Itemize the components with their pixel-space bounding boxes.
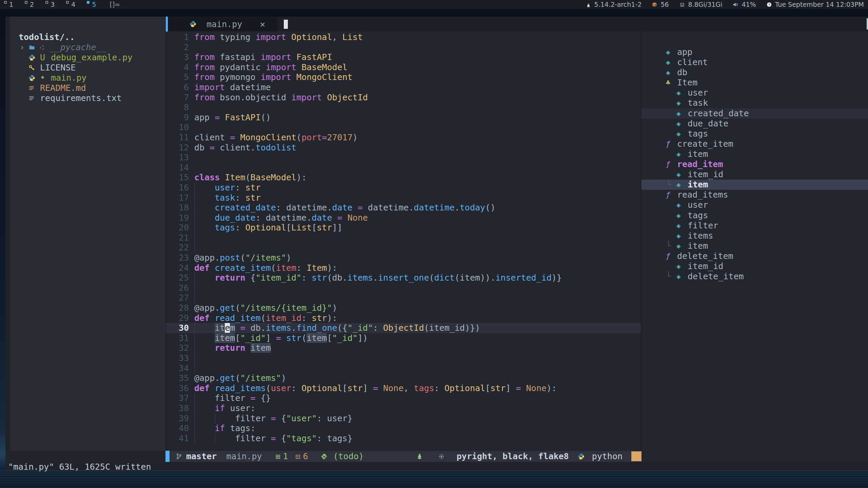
tag-item-tags[interactable]: ◈tags bbox=[642, 210, 868, 221]
code-line-39[interactable]: 39 filter = {"user": user} bbox=[166, 413, 641, 424]
workspace-button-3[interactable]: 3 bbox=[45, 1, 55, 8]
tag-item-tags[interactable]: ◈tags bbox=[642, 129, 868, 139]
tree-item-readme-md[interactable]: README.md bbox=[10, 83, 165, 93]
code-line-38[interactable]: 38 if user: bbox=[166, 403, 641, 413]
code-token: ): bbox=[547, 383, 557, 393]
tag-item-client[interactable]: ◈client bbox=[642, 57, 868, 67]
code-line-3[interactable]: 3from fastapi import FastAPI bbox=[166, 52, 641, 62]
tree-item-license[interactable]: LICENSE bbox=[10, 63, 165, 73]
git-status-flag: U bbox=[40, 53, 51, 63]
code-line-27[interactable]: 27 bbox=[166, 293, 641, 303]
code-line-26[interactable]: 26 bbox=[166, 283, 641, 293]
code-line-8[interactable]: 8 bbox=[166, 102, 641, 113]
code-token: dict bbox=[434, 273, 455, 283]
tag-item-db[interactable]: ◈db bbox=[642, 67, 868, 78]
code-token: )}) bbox=[465, 323, 480, 333]
workspace-button-1[interactable]: 1 bbox=[4, 1, 13, 8]
code-line-35[interactable]: 35@app.get("/items") bbox=[166, 373, 641, 383]
var-icon: ◈ bbox=[676, 98, 688, 108]
code-line-36[interactable]: 36def read_items(user: Optional[str] = N… bbox=[166, 383, 641, 393]
code-line-12[interactable]: 12db = client.todolist bbox=[166, 143, 641, 153]
code-token: . bbox=[215, 373, 220, 383]
workspace-button-2[interactable]: 2 bbox=[25, 1, 34, 8]
tag-item-app[interactable]: ◈app bbox=[642, 47, 868, 57]
tag-item-created_date[interactable]: ◈created_date bbox=[642, 108, 868, 119]
git-status-flag: • bbox=[40, 73, 51, 83]
code-line-4[interactable]: 4from pydantic import BaseModel bbox=[166, 62, 641, 73]
code-token: port bbox=[301, 133, 322, 142]
code-line-21[interactable]: 21 bbox=[166, 233, 641, 243]
code-line-31[interactable]: 31 item["_id"] = str(item["_id"]) bbox=[166, 333, 641, 343]
code-token: . bbox=[215, 253, 220, 263]
code-token: ) bbox=[286, 253, 291, 263]
code-token: ( bbox=[424, 323, 429, 333]
code-line-6[interactable]: 6import datetime bbox=[166, 82, 641, 93]
code-line-5[interactable]: 5from pymongo import MongoClient bbox=[166, 72, 641, 82]
code-line-41[interactable]: 41 filter = {"tags": tags} bbox=[166, 433, 641, 444]
tag-item-user[interactable]: ◈user bbox=[642, 88, 868, 98]
code-line-30[interactable]: 30 item = db.items.find_one({"_id": Obje… bbox=[166, 323, 641, 333]
code-line-37[interactable]: 37 filter = {} bbox=[166, 393, 641, 403]
code-line-24[interactable]: 24def create_item(item: Item): bbox=[166, 263, 641, 273]
code-token: ): bbox=[296, 172, 307, 182]
tag-item-item[interactable]: ◈item bbox=[642, 149, 868, 159]
code-line-15[interactable]: 15class Item(BaseModel): bbox=[166, 172, 641, 183]
code-line-17[interactable]: 17 task: str bbox=[166, 193, 641, 203]
line-number: 29 bbox=[166, 313, 189, 323]
workspace-button-4[interactable]: 4 bbox=[66, 1, 75, 8]
code-token bbox=[210, 263, 215, 273]
var-icon: ◈ bbox=[676, 169, 688, 180]
code-line-1[interactable]: 1from typing import Optional, List bbox=[166, 32, 641, 42]
tree-item-requirements-txt[interactable]: requirements.txt bbox=[10, 93, 165, 103]
code-line-19[interactable]: 19 due_date: datetime.date = None bbox=[166, 213, 641, 223]
code-line-33[interactable]: 33 bbox=[166, 353, 641, 363]
tag-item-item_id[interactable]: ◈item_id bbox=[642, 169, 868, 180]
var-icon: ◈ bbox=[676, 231, 688, 241]
code-line-23[interactable]: 23@app.post("/items") bbox=[166, 253, 641, 263]
code-line-40[interactable]: 40 if tags: bbox=[166, 423, 641, 433]
tree-item-debug-example-py[interactable]: Udebug_example.py bbox=[10, 53, 165, 63]
code-line-25[interactable]: 25 return {"item_id": str(db.items.inser… bbox=[166, 273, 641, 283]
tree-item-main-py[interactable]: •main.py bbox=[10, 73, 165, 83]
tab-main-py[interactable]: main.py × bbox=[168, 17, 277, 32]
code-line-22[interactable]: 22 bbox=[166, 243, 641, 253]
tag-item-user[interactable]: ◈user bbox=[642, 200, 868, 210]
code-line-14[interactable]: 14 bbox=[166, 163, 641, 173]
tag-item-items[interactable]: ◈items bbox=[642, 231, 868, 241]
tag-item-due_date[interactable]: ◈due_date bbox=[642, 119, 868, 129]
tag-item-create_item[interactable]: ƒcreate_item bbox=[642, 139, 868, 149]
close-icon[interactable]: × bbox=[260, 19, 265, 29]
line-number: 33 bbox=[166, 353, 189, 363]
code-line-7[interactable]: 7from bson.objectid import ObjectId bbox=[166, 93, 641, 103]
code-line-10[interactable]: 10 bbox=[166, 122, 641, 133]
tag-item-read_item[interactable]: ƒread_item bbox=[642, 159, 868, 169]
code-line-13[interactable]: 13 bbox=[166, 152, 641, 163]
line-number: 11 bbox=[166, 133, 189, 143]
code-line-9[interactable]: 9app = FastAPI() bbox=[166, 113, 641, 123]
tag-item-item[interactable]: └◈item bbox=[642, 241, 868, 251]
code-line-text: task: str bbox=[194, 193, 261, 203]
tag-item-item[interactable]: └◈item bbox=[642, 180, 868, 190]
code-line-16[interactable]: 16 user: str bbox=[166, 183, 641, 193]
tag-item-delete_item[interactable]: ƒdelete_item bbox=[642, 251, 868, 261]
code-line-34[interactable]: 34 bbox=[166, 363, 641, 373]
code-line-20[interactable]: 20 tags: Optional[List[str]] bbox=[166, 223, 641, 233]
line-number: 24 bbox=[166, 263, 189, 273]
code-editor[interactable]: 1from typing import Optional, List23from… bbox=[166, 32, 641, 451]
code-line-28[interactable]: 28@app.get("/items/{item_id}") bbox=[166, 303, 641, 313]
tag-item-item_id[interactable]: ◈item_id bbox=[642, 261, 868, 271]
tag-item-task[interactable]: ◈task bbox=[642, 98, 868, 108]
tag-item-filter[interactable]: ◈filter bbox=[642, 221, 868, 231]
line-number: 37 bbox=[166, 393, 189, 403]
code-line-11[interactable]: 11client = MongoClient(port=27017) bbox=[166, 133, 641, 143]
tag-item-delete_item[interactable]: └◈delete_item bbox=[642, 271, 868, 282]
tag-item-Item[interactable]: ♣Item bbox=[642, 78, 868, 88]
workspace-button-5[interactable]: 5 bbox=[87, 1, 96, 8]
code-line-18[interactable]: 18 created_date: datetime.date = datetim… bbox=[166, 203, 641, 213]
code-line-29[interactable]: 29def read_item(item_id: str): bbox=[166, 313, 641, 323]
tag-label: item bbox=[688, 241, 708, 251]
tag-item-read_items[interactable]: ƒread_items bbox=[642, 190, 868, 200]
code-line-2[interactable]: 2 bbox=[166, 42, 641, 53]
code-line-32[interactable]: 32 return item bbox=[166, 343, 641, 353]
tree-item--pycache-[interactable]: ›__pycache__ bbox=[10, 42, 165, 53]
